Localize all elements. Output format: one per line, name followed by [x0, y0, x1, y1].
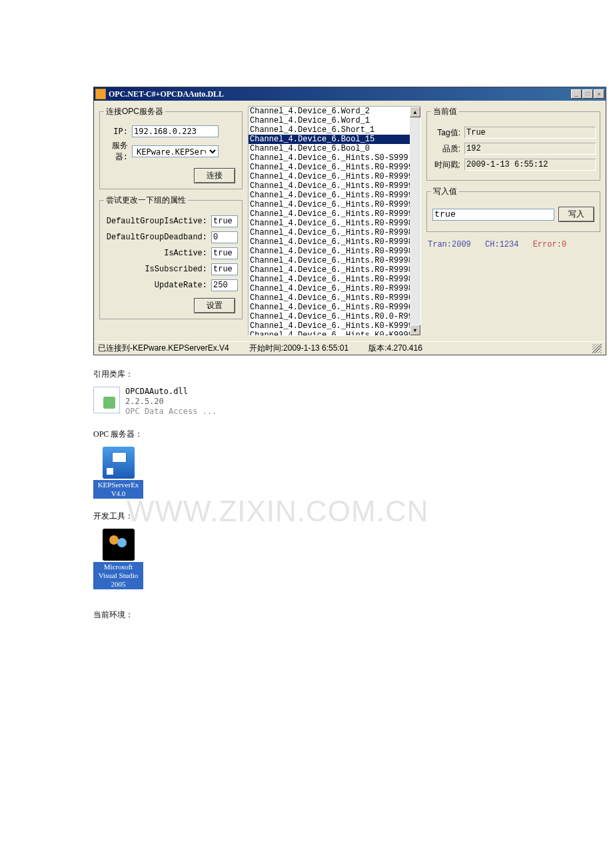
- group-field-label: DefaultGroupIsActive:: [104, 217, 211, 226]
- isactive-input[interactable]: [211, 247, 238, 259]
- minimize-button[interactable]: _: [571, 89, 582, 99]
- write-value-group: 写入值 写入: [426, 186, 600, 232]
- list-item[interactable]: Channel_4.Device_6.Word_2: [249, 107, 410, 116]
- list-item[interactable]: Channel_4.Device_6.Short_1: [249, 125, 410, 135]
- list-item[interactable]: Channel_4.Device_6._Hints.R0-R9996 I: [249, 293, 410, 303]
- list-item[interactable]: Channel_4.Device_6._Hints.R0-R9999 S: [249, 172, 410, 181]
- list-item[interactable]: Channel_4.Device_6._Hints.R0-R9999 W: [249, 163, 410, 172]
- connect-legend: 连接OPC服务器: [104, 106, 165, 117]
- dll-file-icon: [93, 387, 120, 413]
- ref-lib-heading: 引用类库：: [93, 369, 613, 380]
- list-item[interactable]: Channel_4.Device_6._Hints.R0-R9998 I: [249, 228, 410, 237]
- scroll-track[interactable]: [410, 117, 420, 325]
- list-item[interactable]: Channel_4.Device_6._Hints.R0-R9999 |: [249, 191, 410, 200]
- list-item[interactable]: Channel_4.Device_6.Bool_15: [249, 135, 410, 144]
- tag-value-field: [464, 127, 596, 139]
- list-item[interactable]: Channel_4.Device_6._Hints.R0.0-R9999: [249, 312, 410, 321]
- list-item[interactable]: Channel_4.Device_6._Hints.R0-R9999 F: [249, 181, 410, 191]
- scrollbar[interactable]: ▲ ▼: [410, 107, 420, 335]
- write-legend: 写入值: [431, 186, 459, 197]
- write-input[interactable]: [432, 209, 554, 221]
- ip-label: IP:: [104, 127, 132, 136]
- status-bar: 已连接到-KEPware.KEPServerEx.V4 开始时间:2009-1-…: [94, 341, 606, 355]
- kepserver-label: KEPServerEx V4.0: [93, 480, 143, 499]
- vs-icon: [103, 529, 135, 561]
- group-field-label: IsActive:: [104, 249, 211, 258]
- list-item[interactable]: Channel_4.Device_6._Hints.R0-R9998 I: [249, 219, 410, 228]
- current-legend: 当前值: [431, 106, 459, 117]
- ip-input[interactable]: [132, 125, 219, 137]
- list-item[interactable]: Channel_4.Device_6._Hints.R0-R9998 |: [249, 275, 410, 284]
- metrics-line: Tran:2009 CH:1234 Error:0: [426, 237, 600, 252]
- vs-shortcut[interactable]: Microsoft Visual Studio 2005: [93, 529, 143, 589]
- quality-field: [464, 143, 596, 155]
- status-connection: 已连接到-KEPware.KEPServerEx.V4: [98, 343, 236, 354]
- list-item[interactable]: Channel_4.Device_6._Hints.R0-R9998 |: [249, 284, 410, 293]
- list-item[interactable]: Channel_4.Device_6.Word_1: [249, 116, 410, 125]
- dll-filename: OPCDAAuto.dll: [125, 387, 217, 397]
- status-start-time: 开始时间:2009-1-13 6:55:01: [249, 343, 348, 354]
- dll-version: 2.2.5.20: [125, 397, 217, 407]
- dev-tool-heading: 开发工具：: [93, 511, 613, 522]
- list-item[interactable]: Channel_4.Device_6._Hints.S0-S999 S: [249, 153, 410, 163]
- list-item[interactable]: Channel_4.Device_6._Hints.R0-R9998 |: [249, 265, 410, 275]
- list-item[interactable]: Channel_4.Device_6.Bool_0: [249, 144, 410, 153]
- connect-button[interactable]: 连接: [194, 168, 235, 183]
- env-heading: 当前环境：: [93, 609, 613, 621]
- titlebar[interactable]: OPC.NET-C#+OPCDAAuto.DLL _ □ ×: [94, 87, 606, 101]
- dll-desc: OPC Data Access ...: [125, 407, 217, 417]
- set-button[interactable]: 设置: [194, 298, 235, 313]
- group-field-label: IsSubscribed:: [104, 265, 211, 274]
- scroll-up-icon[interactable]: ▲: [410, 107, 420, 117]
- timestamp-field: [464, 159, 596, 171]
- timestamp-label: 时间戳:: [431, 159, 464, 171]
- list-item[interactable]: Channel_4.Device_6._Hints.R0-R9996 |: [249, 303, 410, 312]
- issubscribed-input[interactable]: [211, 263, 238, 275]
- list-item[interactable]: Channel_4.Device_6._Hints.R0-R9998 I: [249, 247, 410, 256]
- status-version: 版本:4.270.416: [368, 343, 422, 354]
- list-item[interactable]: Channel_4.Device_6._Hints.K0-K9999 W: [249, 321, 410, 331]
- opc-server-heading: OPC 服务器：: [93, 429, 613, 440]
- group-field-label: UpdateRate:: [104, 281, 211, 290]
- connect-group: 连接OPC服务器 IP: 服务器: KEPware.KEPServe 连接: [99, 106, 243, 189]
- list-item[interactable]: Channel_4.Device_6._Hints.R0-R9998 F: [249, 237, 410, 247]
- write-button[interactable]: 写入: [558, 207, 594, 222]
- group-props: 尝试更改一下组的属性 DefaultGroupIsActive: Default…: [99, 195, 243, 319]
- app-icon: [95, 89, 106, 99]
- group-deadband-input[interactable]: [211, 231, 238, 243]
- resize-grip-icon[interactable]: [592, 344, 602, 353]
- kepserver-icon: [103, 447, 135, 479]
- group-legend: 尝试更改一下组的属性: [104, 195, 188, 206]
- list-item[interactable]: Channel_4.Device_6._Hints.K0-K9999 S: [249, 331, 410, 335]
- tag-listbox[interactable]: Channel_4.Device_6.Word_2Channel_4.Devic…: [248, 106, 421, 336]
- group-isactive-input[interactable]: [211, 215, 238, 227]
- updaterate-input[interactable]: [211, 279, 238, 291]
- close-button[interactable]: ×: [594, 89, 604, 99]
- list-item[interactable]: Channel_4.Device_6._Hints.R0-R9998 |: [249, 256, 410, 265]
- maximize-button: □: [582, 89, 593, 99]
- current-value-group: 当前值 Tag值: 品质: 时间戳:: [426, 106, 600, 181]
- list-item[interactable]: Channel_4.Device_6._Hints.R0-R9999 |: [249, 209, 410, 219]
- quality-label: 品质:: [431, 143, 464, 155]
- kepserver-shortcut[interactable]: KEPServerEx V4.0: [93, 447, 143, 499]
- dll-file-item: OPCDAAuto.dll 2.2.5.20 OPC Data Access .…: [93, 387, 613, 417]
- server-label: 服务器:: [104, 140, 132, 163]
- scroll-down-icon[interactable]: ▼: [410, 325, 420, 335]
- vs-label: Microsoft Visual Studio 2005: [93, 562, 143, 589]
- app-window: OPC.NET-C#+OPCDAAuto.DLL _ □ × 连接OPC服务器 …: [93, 87, 606, 355]
- window-title: OPC.NET-C#+OPCDAAuto.DLL: [109, 89, 571, 99]
- server-select[interactable]: KEPware.KEPServe: [132, 145, 219, 157]
- group-field-label: DefaultGroupDeadband:: [104, 233, 211, 242]
- tag-value-label: Tag值:: [431, 127, 464, 139]
- list-item[interactable]: Channel_4.Device_6._Hints.R0-R9999 |: [249, 200, 410, 209]
